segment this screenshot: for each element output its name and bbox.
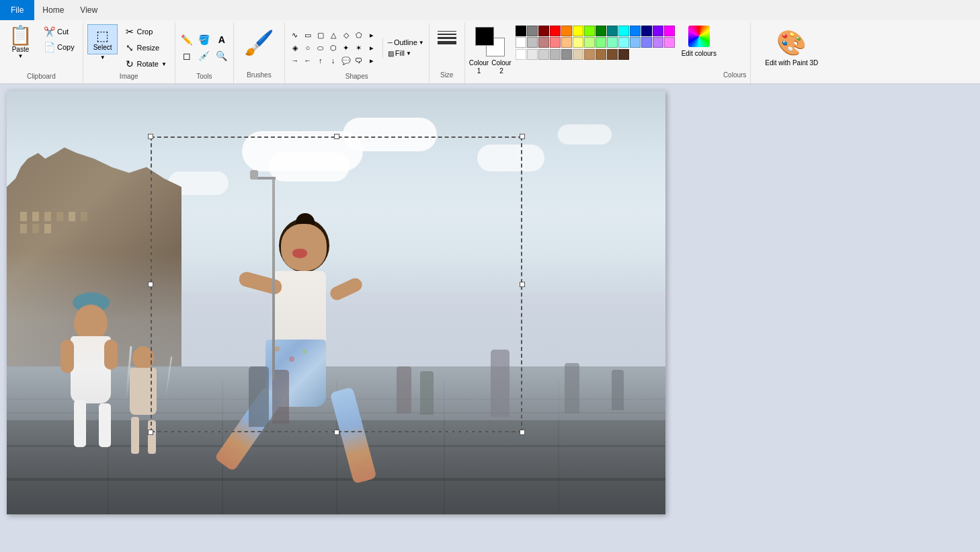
- home-menu[interactable]: Home: [34, 0, 72, 20]
- shape-arrow-l[interactable]: ←: [302, 54, 314, 67]
- swatch-silver[interactable]: [527, 37, 538, 48]
- swatch-e6[interactable]: [573, 49, 583, 60]
- shape-rect[interactable]: ▭: [302, 29, 314, 41]
- size-line-1[interactable]: [438, 31, 456, 32]
- size-selector[interactable]: [435, 26, 459, 50]
- swatch-mauve[interactable]: [538, 37, 549, 48]
- shape-oval[interactable]: ⬭: [315, 42, 327, 54]
- size-line-3[interactable]: [438, 37, 456, 39]
- swatch-teal[interactable]: [607, 26, 618, 36]
- eraser-tool[interactable]: ◻: [179, 48, 194, 63]
- paint3d-button[interactable]: 🎨 Edit with Paint 3D: [759, 26, 824, 71]
- image-canvas[interactable]: [7, 91, 665, 514]
- handle-bm[interactable]: [334, 430, 339, 435]
- swatch-e2[interactable]: [527, 49, 538, 60]
- shape-scroll2[interactable]: ▸: [366, 42, 378, 54]
- swatch-black[interactable]: [516, 26, 526, 36]
- magnifier-tool[interactable]: 🔍: [214, 48, 229, 63]
- shape-arrow-scroll[interactable]: ▸: [366, 29, 378, 41]
- colour-palette: [516, 26, 675, 60]
- handle-tl[interactable]: [148, 134, 153, 139]
- bg-person-4: [420, 371, 434, 415]
- swatch-lightlime[interactable]: [584, 37, 595, 48]
- swatch-periwinkle[interactable]: [641, 37, 652, 48]
- swatch-yellow[interactable]: [573, 26, 583, 36]
- pencil-tool[interactable]: ✏️: [179, 32, 194, 47]
- select-dropdown-icon[interactable]: ▼: [100, 54, 106, 61]
- shape-diamond[interactable]: ◇: [340, 29, 352, 41]
- handle-br[interactable]: [520, 430, 525, 435]
- cut-button[interactable]: ✂️ Cut: [40, 24, 79, 39]
- handle-tm[interactable]: [334, 134, 339, 139]
- shape-star6[interactable]: ✶: [353, 42, 365, 54]
- edit-colours-button[interactable]: Edit colours: [682, 50, 717, 58]
- swatch-e3[interactable]: [538, 49, 549, 60]
- shape-arrow-d[interactable]: ↓: [327, 54, 339, 67]
- shape-arrow-r[interactable]: →: [289, 54, 301, 67]
- fill-tool[interactable]: 🪣: [197, 32, 212, 47]
- second-child-left: [124, 346, 161, 454]
- rotate-button[interactable]: ↻ Rotate ▼: [122, 56, 170, 71]
- swatch-lightgreen[interactable]: [596, 37, 606, 48]
- shape-diamond2[interactable]: ◈: [289, 42, 301, 54]
- view-menu[interactable]: View: [72, 0, 106, 20]
- swatch-purple[interactable]: [653, 26, 663, 36]
- crop-button[interactable]: ✂ Crop: [122, 24, 170, 39]
- swatch-e10[interactable]: [618, 49, 629, 60]
- swatch-lightyellow[interactable]: [573, 37, 583, 48]
- swatch-navy[interactable]: [641, 26, 652, 36]
- swatch-cyan[interactable]: [618, 26, 629, 36]
- copy-button[interactable]: 📄 Copy: [40, 40, 79, 54]
- outline-button[interactable]: ─ Outline ▼: [387, 38, 425, 47]
- handle-tr[interactable]: [520, 134, 525, 139]
- swatch-green[interactable]: [596, 26, 606, 36]
- resize-button[interactable]: ⤡ Resize: [122, 40, 170, 55]
- swatch-lightcyan[interactable]: [618, 37, 629, 48]
- swatch-lime[interactable]: [584, 26, 595, 36]
- swatch-red[interactable]: [550, 26, 561, 36]
- shape-hexagon[interactable]: ⬡: [327, 42, 339, 54]
- swatch-mint[interactable]: [607, 37, 618, 48]
- swatch-e8[interactable]: [596, 49, 606, 60]
- select-button[interactable]: ⬚ Select: [87, 24, 118, 54]
- swatch-gray[interactable]: [527, 26, 538, 36]
- swatch-e1[interactable]: [516, 49, 526, 60]
- shape-roundrect[interactable]: ▢: [315, 29, 327, 41]
- swatch-e5[interactable]: [561, 49, 572, 60]
- shape-circle[interactable]: ○: [302, 42, 314, 54]
- swatch-violet[interactable]: [653, 37, 663, 48]
- size-line-2[interactable]: [438, 34, 456, 35]
- colour1-box[interactable]: [475, 27, 494, 46]
- swatch-lightred[interactable]: [550, 37, 561, 48]
- handle-ml[interactable]: [148, 282, 153, 287]
- swatch-e7[interactable]: [584, 49, 595, 60]
- shape-curve[interactable]: ∿: [289, 29, 301, 41]
- shape-callout1[interactable]: 💬: [340, 54, 352, 67]
- swatch-orange[interactable]: [561, 26, 572, 36]
- shape-pentagon[interactable]: ⬠: [353, 29, 365, 41]
- swatch-magenta[interactable]: [664, 26, 675, 36]
- size-line-4[interactable]: [438, 41, 456, 44]
- shape-star4[interactable]: ✦: [340, 42, 352, 54]
- swatch-e4[interactable]: [550, 49, 561, 60]
- swatch-lightblue[interactable]: [630, 37, 641, 48]
- swatch-darkred[interactable]: [538, 26, 549, 36]
- swatch-skyblue[interactable]: [630, 26, 641, 36]
- rainbow-icon[interactable]: [688, 26, 710, 47]
- file-menu[interactable]: File: [0, 0, 34, 20]
- paste-button[interactable]: 📋 Paste ▼: [4, 24, 37, 61]
- handle-mr[interactable]: [520, 282, 525, 287]
- brushes-button[interactable]: 🖌️: [241, 26, 278, 61]
- shape-scroll3[interactable]: ▸: [366, 54, 378, 67]
- text-tool[interactable]: A: [214, 32, 229, 47]
- swatch-e9[interactable]: [607, 49, 618, 60]
- swatch-lightmagenta[interactable]: [664, 37, 675, 48]
- handle-bl[interactable]: [148, 430, 153, 435]
- shape-arrow-u[interactable]: ↑: [315, 54, 327, 67]
- shape-callout2[interactable]: 🗨: [353, 54, 365, 67]
- fill-button[interactable]: ▨ Fill ▼: [387, 48, 425, 58]
- swatch-white[interactable]: [516, 37, 526, 48]
- colorpicker-tool[interactable]: 💉: [197, 48, 212, 63]
- shape-poly3[interactable]: △: [327, 29, 339, 41]
- swatch-peach[interactable]: [561, 37, 572, 48]
